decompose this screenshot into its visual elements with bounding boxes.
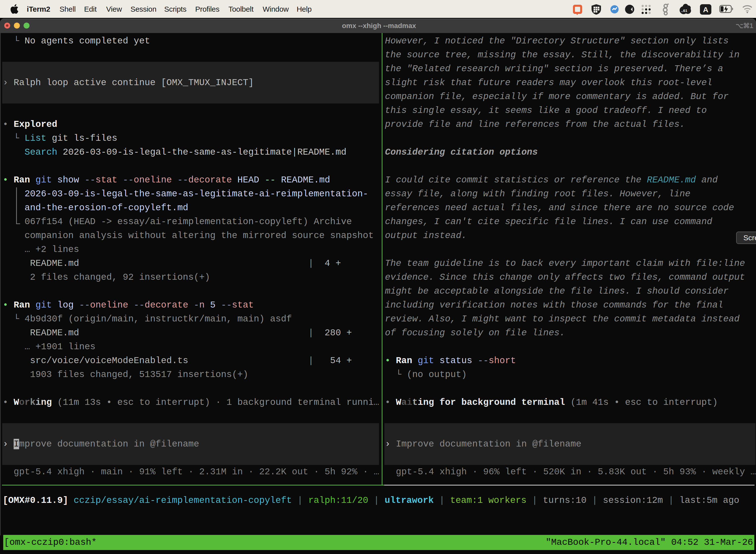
svg-text:..61: ..61 xyxy=(681,8,687,13)
